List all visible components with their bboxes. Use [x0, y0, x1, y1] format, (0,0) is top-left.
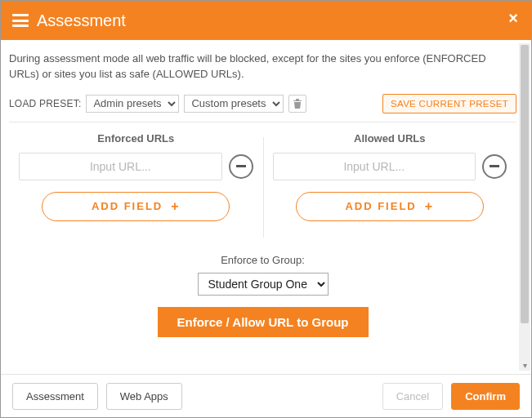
scroll-down-icon[interactable]: ▾: [519, 359, 530, 371]
modal-title: Assessment: [37, 11, 126, 30]
preset-row: LOAD PRESET: Admin presets Custom preset…: [9, 94, 516, 113]
enforced-heading: Enforced URLs: [19, 132, 253, 145]
modal-body: During assessment mode all web traffic w…: [1, 40, 531, 374]
group-select[interactable]: Student Group One: [198, 273, 329, 296]
allowed-url-input[interactable]: [273, 153, 476, 180]
modal-header: Assessment ×: [1, 1, 531, 40]
plus-icon: +: [425, 199, 434, 214]
enforce-to-group-label: Enforce to Group:: [9, 254, 516, 266]
custom-presets-select[interactable]: Custom presets: [184, 95, 284, 113]
add-field-label: ADD FIELD: [92, 200, 163, 212]
modal-footer: Assessment Web Apps Cancel Confirm: [1, 374, 531, 417]
list-icon: [12, 14, 29, 27]
trash-icon: [293, 98, 302, 109]
add-field-label: ADD FIELD: [345, 200, 416, 212]
remove-enforced-field-button[interactable]: [229, 154, 253, 179]
close-icon[interactable]: ×: [508, 9, 518, 28]
add-allowed-field-button[interactable]: ADD FIELD +: [296, 192, 484, 221]
enforced-url-input[interactable]: [19, 153, 222, 180]
tab-assessment[interactable]: Assessment: [12, 383, 98, 410]
allowed-heading: Allowed URLs: [273, 132, 507, 145]
scrollbar[interactable]: ▾: [519, 43, 530, 371]
enforced-url-row: [19, 153, 253, 180]
load-preset-label: LOAD PRESET:: [9, 98, 81, 109]
scrollbar-thumb[interactable]: [521, 45, 529, 323]
cancel-button[interactable]: Cancel: [382, 383, 443, 410]
enforce-allow-button[interactable]: Enforce / Allow URL to Group: [158, 307, 369, 337]
plus-icon: +: [171, 199, 180, 214]
confirm-button[interactable]: Confirm: [451, 383, 520, 410]
allowed-url-row: [273, 153, 507, 180]
enforced-column: Enforced URLs ADD FIELD +: [9, 132, 263, 233]
tab-web-apps[interactable]: Web Apps: [106, 383, 182, 410]
description-text: During assessment mode all web traffic w…: [9, 51, 516, 82]
remove-allowed-field-button[interactable]: [482, 154, 507, 179]
save-current-preset-button[interactable]: SAVE CURRENT PRESET: [382, 94, 516, 113]
allowed-column: Allowed URLs ADD FIELD +: [263, 132, 517, 233]
url-columns: Enforced URLs ADD FIELD + Allowed URLs A…: [9, 132, 516, 233]
divider: [9, 122, 516, 122]
add-enforced-field-button[interactable]: ADD FIELD +: [42, 192, 230, 221]
group-section: Enforce to Group: Student Group One Enfo…: [9, 254, 516, 337]
delete-preset-button[interactable]: [288, 95, 306, 113]
admin-presets-select[interactable]: Admin presets: [86, 95, 179, 113]
